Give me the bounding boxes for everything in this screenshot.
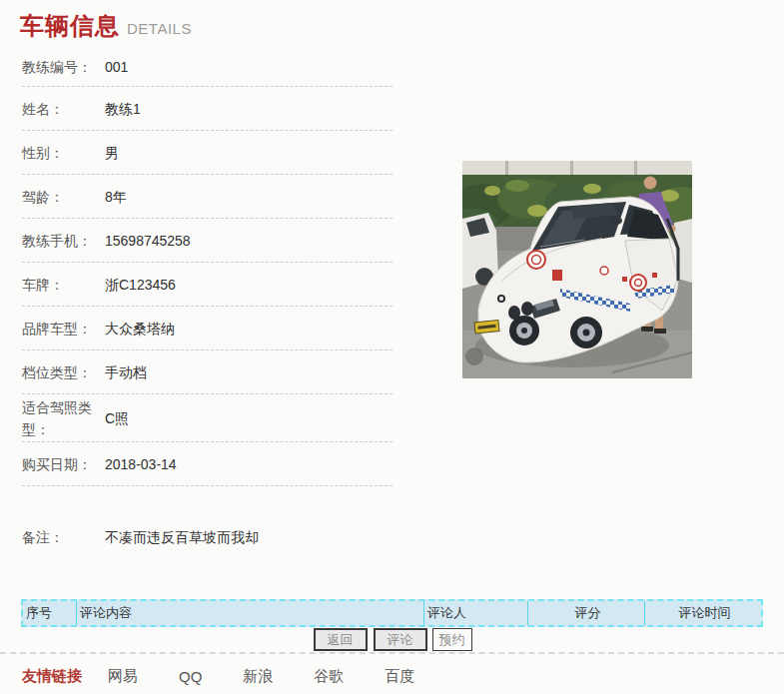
- field-label-purchase-date: 购买日期：: [22, 453, 105, 475]
- field-label-name: 姓名：: [22, 98, 105, 120]
- field-row-brand-model: 品牌车型： 大众桑塔纳: [22, 307, 392, 350]
- field-value-name: 教练1: [105, 99, 392, 119]
- reserve-button[interactable]: 预约: [432, 628, 472, 651]
- comments-header-score: 评分: [528, 601, 645, 625]
- field-value-gear-type: 手动档: [105, 362, 392, 382]
- action-buttons: 返回评论预约: [0, 628, 784, 651]
- field-row-remark: 备注： 不凑而违反百草坡而我却: [22, 515, 392, 559]
- back-button[interactable]: 返回: [314, 628, 368, 651]
- field-row-driving-years: 驾龄： 8年: [22, 175, 392, 219]
- field-value-brand-model: 大众桑塔纳: [105, 319, 392, 339]
- field-value-coach-phone: 15698745258: [105, 231, 392, 251]
- footer-links: 友情链接 网易 QQ 新浪 谷歌 百度: [22, 667, 455, 686]
- page-title: 车辆信息: [20, 12, 120, 39]
- vehicle-details-page: 车辆信息DETAILS 教练编号： 001 姓名： 教练1 性别： 男 驾龄： …: [0, 0, 784, 694]
- comments-header-content: 评论内容: [77, 601, 424, 625]
- field-label-remark: 备注：: [22, 526, 105, 548]
- footer-link-qq[interactable]: QQ: [179, 668, 202, 685]
- footer-link-baidu[interactable]: 百度: [385, 667, 414, 686]
- vehicle-field-list: 教练编号： 001 姓名： 教练1 性别： 男 驾龄： 8年 教练手机： 156…: [22, 48, 392, 559]
- field-label-driving-years: 驾龄：: [22, 186, 105, 208]
- field-value-driving-years: 8年: [105, 187, 392, 207]
- field-label-coach-phone: 教练手机：: [22, 230, 105, 252]
- footer-link-sina[interactable]: 新浪: [243, 667, 273, 686]
- field-row-purchase-date: 购买日期： 2018-03-14: [22, 442, 392, 486]
- field-row-gender: 性别： 男: [22, 131, 392, 175]
- field-row-name: 姓名： 教练1: [22, 87, 392, 131]
- footer-link-netease[interactable]: 网易: [108, 667, 138, 686]
- page-header: 车辆信息DETAILS: [0, 0, 784, 42]
- field-label-license-type: 适合驾照类型：: [22, 396, 105, 440]
- field-label-coach-id: 教练编号：: [22, 56, 105, 78]
- field-label-plate-number: 车牌：: [22, 274, 105, 296]
- field-value-gender: 男: [105, 143, 392, 163]
- field-value-purchase-date: 2018-03-14: [105, 454, 392, 474]
- field-label-gender: 性别：: [22, 142, 105, 164]
- field-row-license-type: 适合驾照类型： C照: [22, 394, 392, 442]
- footer-links-title: 友情链接: [22, 667, 82, 686]
- comments-header-no: 序号: [23, 601, 77, 625]
- field-value-license-type: C照: [105, 408, 392, 428]
- footer-link-google[interactable]: 谷歌: [314, 667, 344, 686]
- field-value-plate-number: 浙C123456: [105, 275, 392, 295]
- field-label-gear-type: 档位类型：: [22, 361, 105, 383]
- comments-table: 序号 评论内容 评论人 评分 评论时间: [21, 599, 763, 627]
- field-label-brand-model: 品牌车型：: [22, 318, 105, 340]
- field-value-coach-id: 001: [105, 57, 392, 77]
- field-value-remark: 不凑而违反百草坡而我却: [105, 527, 392, 547]
- comments-header-time: 评论时间: [645, 601, 761, 625]
- coach-car-photo: [462, 161, 692, 378]
- page-subtitle: DETAILS: [127, 20, 192, 37]
- comments-header-user: 评论人: [424, 601, 528, 625]
- bottom-divider: [0, 652, 784, 654]
- comment-button[interactable]: 评论: [374, 628, 427, 651]
- field-row-coach-id: 教练编号： 001: [22, 48, 392, 87]
- coach-car-photo-image: [462, 161, 692, 378]
- field-row-coach-phone: 教练手机： 15698745258: [22, 219, 392, 263]
- field-row-gear-type: 档位类型： 手动档: [22, 350, 392, 394]
- field-row-plate-number: 车牌： 浙C123456: [22, 263, 392, 307]
